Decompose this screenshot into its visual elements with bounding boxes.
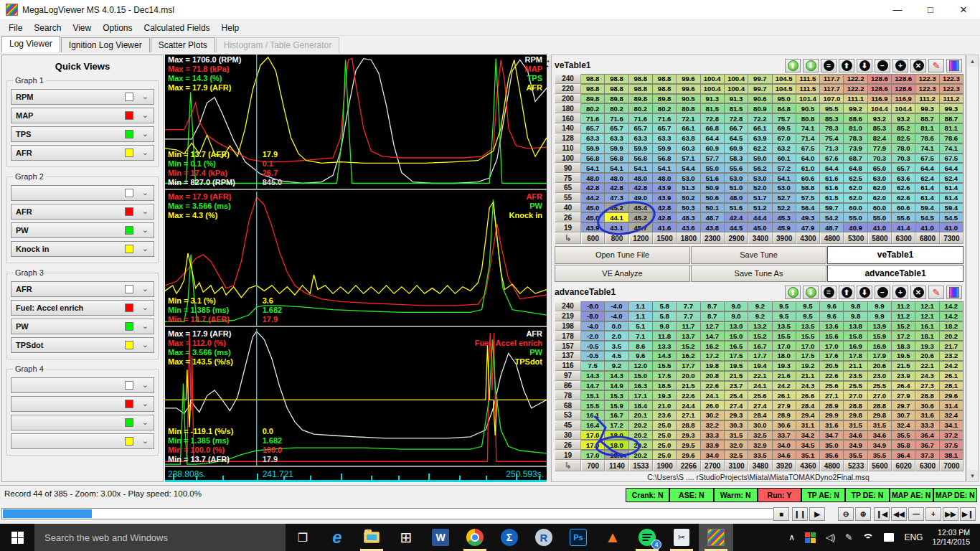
table-cell[interactable]: 15.0	[725, 331, 748, 341]
table-cell[interactable]: 4.5	[605, 351, 628, 361]
channel-select-g4-2[interactable]: ⌄	[11, 396, 154, 412]
table-cell[interactable]: 81.5	[701, 103, 725, 113]
table-cell[interactable]: 60.0	[868, 203, 892, 213]
table-cell[interactable]: 34.7	[820, 430, 844, 441]
table-cell[interactable]: 61.4	[915, 183, 939, 193]
table-cell[interactable]: 17.2	[605, 420, 628, 430]
table-cell[interactable]: 100.4	[725, 74, 748, 84]
smooth-down-button[interactable]: ⬇	[803, 286, 819, 299]
table-cell[interactable]: 28.4	[796, 400, 820, 410]
table-cell[interactable]: 20.6	[868, 361, 892, 371]
increment-button[interactable]: +	[892, 59, 908, 72]
table-cell[interactable]: 80.2	[653, 103, 677, 113]
table-cell[interactable]: 56.8	[629, 154, 653, 164]
table-cell[interactable]: 19.5	[725, 361, 748, 371]
decrement-button[interactable]: −	[875, 286, 890, 299]
row-header[interactable]: 110	[555, 143, 581, 154]
table-cell[interactable]: 73.9	[844, 143, 867, 154]
table-cell[interactable]: 89.8	[605, 94, 628, 104]
column-header[interactable]: 3100	[725, 460, 748, 471]
table-cell[interactable]: 7.7	[677, 311, 700, 321]
table-cell[interactable]: 28.9	[773, 410, 796, 420]
table-cell[interactable]: -0.5	[581, 351, 605, 361]
table-cell[interactable]: 48.7	[701, 212, 725, 222]
graph-1[interactable]: Max = 1706.0 (RPM)Max = 71.8 (kPa)Max = …	[165, 55, 547, 190]
table-cell[interactable]: 54.5	[915, 212, 939, 222]
table-cell[interactable]: -4.0	[581, 321, 605, 331]
table-cell[interactable]: 80.2	[605, 103, 628, 113]
table-cell[interactable]: 30.7	[892, 410, 915, 420]
table-cell[interactable]: 122.2	[844, 74, 867, 84]
table-cell[interactable]: 61.4	[940, 193, 963, 203]
table-cell[interactable]: 15.8	[844, 331, 867, 341]
table-cell[interactable]: 43.9	[581, 222, 605, 232]
chrome-button[interactable]	[458, 524, 492, 551]
table-cell[interactable]: 78.3	[820, 123, 844, 133]
table-cell[interactable]: 64.8	[844, 163, 867, 173]
table-cell[interactable]: 20.2	[629, 420, 653, 430]
photoshop-button[interactable]: Ps	[561, 524, 595, 551]
menu-item-help[interactable]: Help	[216, 22, 245, 34]
tab-ignition-log-viewer[interactable]: Ignition Log Viewer	[61, 37, 150, 52]
table-cell[interactable]: 60.9	[725, 143, 748, 154]
table-cell[interactable]: 55.6	[892, 212, 915, 222]
table-cell[interactable]: 35.5	[892, 430, 915, 441]
menu-item-file[interactable]: File	[3, 22, 28, 34]
row-header[interactable]: 178	[555, 331, 581, 341]
table-cell[interactable]: 13.7	[677, 331, 700, 341]
task-view-button[interactable]: ❐	[286, 524, 320, 551]
table-cell[interactable]: 56.8	[653, 154, 677, 164]
channel-select-g2-4[interactable]: Knock in⌄	[11, 241, 154, 257]
table-cell[interactable]: 128.6	[868, 74, 892, 84]
table-cell[interactable]: 21.5	[725, 371, 748, 381]
row-header[interactable]: 160	[555, 113, 581, 123]
table-cell[interactable]: 9.6	[820, 311, 844, 321]
table-cell[interactable]: 57.2	[773, 163, 796, 173]
table-cell[interactable]: 34.6	[844, 430, 867, 441]
column-header[interactable]: 1140	[605, 460, 628, 471]
table-cell[interactable]: 34.5	[796, 440, 820, 450]
table-cell[interactable]: 12.7	[701, 321, 725, 331]
table-cell[interactable]: 28.4	[748, 410, 772, 420]
table-cell[interactable]: 41.0	[868, 222, 892, 232]
column-header[interactable]: 2900	[725, 232, 748, 244]
table-cell[interactable]: 16.1	[581, 410, 605, 420]
table-cell[interactable]: 18.0	[605, 440, 628, 450]
table-cell[interactable]: 66.1	[748, 123, 772, 133]
table-cell[interactable]: 18.4	[629, 400, 653, 410]
table-cell[interactable]: 77.9	[868, 143, 892, 154]
table-cell[interactable]: 1.1	[629, 311, 653, 321]
table-cell[interactable]: 66.1	[677, 123, 700, 133]
table-cell[interactable]: 67.0	[773, 133, 796, 143]
table-cell[interactable]: 51.0	[725, 183, 748, 193]
row-header[interactable]: 97	[555, 371, 581, 381]
lower-cells-button[interactable]: ⬇	[857, 59, 872, 72]
table-cell[interactable]: 122.3	[940, 74, 963, 84]
table-cell[interactable]: 34.0	[701, 450, 725, 460]
table-cell[interactable]: 48.0	[629, 173, 653, 183]
heatmap-gradient-button[interactable]	[946, 286, 962, 299]
table-cell[interactable]: 18.0	[773, 351, 796, 361]
table-cell[interactable]: 41.0	[915, 222, 939, 232]
table-cell[interactable]: 48.0	[725, 193, 748, 203]
table-cell[interactable]: 9.6	[629, 351, 653, 361]
table-cell[interactable]: 15.5	[796, 331, 820, 341]
table-cell[interactable]: 43.1	[605, 222, 628, 232]
table-cell[interactable]: 128.6	[892, 84, 915, 94]
table-cell[interactable]: 13.2	[748, 321, 772, 331]
table-cell[interactable]: 60.6	[892, 203, 915, 213]
column-header[interactable]: 2300	[701, 232, 725, 244]
table-cell[interactable]: 21.0	[653, 400, 677, 410]
table-cell[interactable]: 89.8	[629, 94, 653, 104]
table-cell[interactable]: 42.8	[653, 212, 677, 222]
table-cell[interactable]: 23.9	[892, 371, 915, 381]
table-cell[interactable]: 23.2	[940, 351, 963, 361]
table-cell[interactable]: 54.1	[581, 163, 605, 173]
tab-log-viewer[interactable]: Log Viewer	[1, 36, 60, 52]
row-header[interactable]: 75	[555, 173, 581, 183]
table-cell[interactable]: 88.7	[940, 113, 963, 123]
table-cell[interactable]: 51.3	[677, 183, 700, 193]
column-header[interactable]: 7000	[940, 460, 963, 471]
pen-settings-icon[interactable]: ✎	[840, 532, 857, 542]
taskbar-search-input[interactable]: Search the web and Windows	[34, 524, 286, 551]
